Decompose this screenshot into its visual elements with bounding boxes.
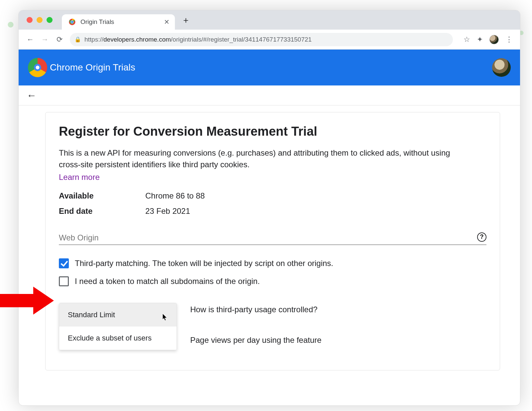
chrome-logo-icon: [28, 58, 47, 77]
third-party-label: Third-party matching. The token will be …: [75, 259, 333, 268]
available-row: Available Chrome 86 to 88: [59, 191, 486, 201]
reload-button[interactable]: ⟳: [55, 35, 64, 44]
dropdown-option-exclude[interactable]: Exclude a subset of users: [59, 327, 177, 350]
url-field[interactable]: 🔒 https://developers.chrome.com/origintr…: [70, 33, 453, 46]
app-header: Chrome Origin Trials: [19, 50, 520, 85]
svg-point-3: [71, 21, 73, 23]
close-tab-icon[interactable]: ✕: [164, 18, 170, 26]
end-date-label: End date: [59, 206, 145, 216]
app-title: Chrome Origin Trials: [50, 62, 135, 73]
end-date-value: 23 Feb 2021: [145, 206, 190, 216]
mouse-cursor-icon: [162, 313, 168, 323]
address-bar: ← → ⟳ 🔒 https://developers.chrome.com/or…: [19, 30, 520, 50]
browser-tab[interactable]: Origin Trials ✕: [62, 14, 175, 30]
browser-window: Origin Trials ✕ ＋ ← → ⟳ 🔒 https://develo…: [18, 10, 520, 406]
help-icon[interactable]: ?: [477, 232, 486, 242]
sub-nav: ←: [19, 85, 520, 105]
end-date-row: End date 23 Feb 2021: [59, 206, 486, 216]
web-origin-row: ?: [59, 232, 486, 245]
forward-button[interactable]: →: [41, 35, 49, 44]
learn-more-link[interactable]: Learn more: [59, 173, 486, 182]
subdomains-checkbox[interactable]: [59, 276, 69, 286]
back-button[interactable]: ←: [26, 35, 35, 44]
dropdown-option-standard[interactable]: Standard Limit: [59, 303, 177, 327]
web-origin-input[interactable]: [59, 233, 472, 242]
tab-strip: Origin Trials ✕ ＋: [19, 10, 520, 30]
url-text: https://developers.chrome.com/origintria…: [84, 36, 312, 43]
page-views-label: Page views per day using the feature: [190, 336, 322, 345]
bookmark-icon[interactable]: ☆: [464, 35, 470, 44]
lock-icon: 🔒: [74, 36, 81, 43]
maximize-window-button[interactable]: [47, 17, 53, 23]
tab-title: Origin Trials: [80, 18, 159, 26]
profile-avatar-small[interactable]: [489, 35, 499, 44]
tab-favicon-icon: [68, 18, 76, 26]
close-window-button[interactable]: [27, 17, 33, 23]
third-party-checkbox[interactable]: [59, 258, 69, 268]
browser-menu-icon[interactable]: ⋮: [505, 35, 513, 44]
new-tab-button[interactable]: ＋: [179, 12, 193, 28]
window-controls: [27, 17, 53, 23]
callout-arrow: [0, 287, 57, 315]
usage-limit-dropdown[interactable]: Standard Limit Exclude a subset of users: [59, 303, 177, 350]
minimize-window-button[interactable]: [37, 17, 43, 23]
subdomains-checkbox-row: I need a token to match all subdomains o…: [59, 276, 486, 286]
available-value: Chrome 86 to 88: [145, 191, 205, 201]
back-arrow-icon[interactable]: ←: [27, 90, 37, 101]
profile-avatar-large[interactable]: [492, 58, 511, 77]
extensions-icon[interactable]: ✦: [477, 35, 483, 44]
third-party-usage-question: How is third-party usage controlled?: [190, 305, 322, 314]
available-label: Available: [59, 191, 145, 201]
page-description: This is a new API for measuring conversi…: [59, 147, 458, 171]
content-card: Register for Conversion Measurement Tria…: [45, 112, 500, 370]
page-title: Register for Conversion Measurement Tria…: [59, 124, 486, 139]
subdomains-label: I need a token to match all subdomains o…: [75, 277, 260, 286]
third-party-checkbox-row: Third-party matching. The token will be …: [59, 258, 486, 268]
